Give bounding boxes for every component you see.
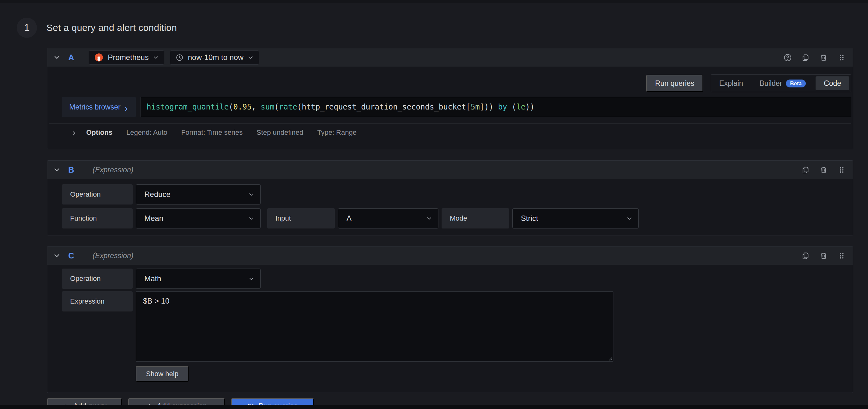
collapse-chevron-icon[interactable] bbox=[54, 252, 60, 259]
step-number-badge: 1 bbox=[17, 18, 37, 38]
time-range-value: now-10m to now bbox=[188, 53, 244, 62]
drag-handle-icon[interactable] bbox=[837, 166, 846, 174]
operation-label: Operation bbox=[62, 184, 133, 205]
query-section-a: A Prometheus now-10m to now bbox=[47, 48, 853, 149]
query-token: histogram_quantile bbox=[147, 103, 229, 111]
operation-label: Operation bbox=[62, 269, 133, 289]
show-help-button[interactable]: Show help bbox=[136, 366, 189, 382]
promql-query-editor[interactable]: histogram_quantile(0.95, sum(rate(http_r… bbox=[141, 97, 851, 117]
mode-label: Mode bbox=[441, 208, 509, 229]
expression-row: Expression $B > 10 bbox=[62, 291, 853, 362]
expression-b-header: B (Expression) bbox=[48, 161, 853, 179]
options-toggle[interactable]: Options bbox=[86, 129, 113, 137]
math-expression-wrap: $B > 10 bbox=[136, 291, 613, 362]
operation-row: Operation Math bbox=[62, 269, 853, 289]
query-token: rate bbox=[279, 103, 297, 111]
tab-builder[interactable]: Builder Beta bbox=[751, 75, 814, 92]
query-token: )) bbox=[525, 103, 534, 111]
query-token: 0.95 bbox=[234, 103, 252, 111]
tab-builder-label: Builder bbox=[760, 79, 782, 88]
chevron-down-icon bbox=[153, 55, 159, 60]
query-a-options-row: Options Legend: Auto Format: Time series… bbox=[49, 124, 851, 141]
collapse-chevron-icon[interactable] bbox=[54, 54, 60, 61]
expression-section-b: B (Expression) Operation Reduce Function bbox=[47, 160, 853, 235]
query-token: )) bbox=[484, 103, 493, 111]
resize-grip-icon[interactable] bbox=[607, 355, 613, 361]
option-legend: Legend: Auto bbox=[126, 129, 167, 137]
function-row: Function Mean Input A Mode Strict bbox=[62, 208, 853, 229]
query-token: le bbox=[516, 103, 525, 111]
expression-label: Expression bbox=[62, 291, 133, 311]
collapse-chevron-icon[interactable] bbox=[54, 167, 60, 173]
duplicate-icon[interactable] bbox=[801, 251, 810, 260]
delete-icon[interactable] bbox=[819, 251, 828, 260]
tab-explain[interactable]: Explain bbox=[711, 75, 751, 92]
operation-select[interactable]: Reduce bbox=[136, 184, 260, 205]
operation-value: Math bbox=[144, 274, 161, 283]
operation-value: Reduce bbox=[144, 190, 170, 199]
duplicate-icon[interactable] bbox=[801, 53, 810, 62]
chevron-down-icon bbox=[249, 216, 254, 221]
chevron-down-icon bbox=[248, 55, 253, 60]
expression-kind-label: (Expression) bbox=[93, 166, 133, 174]
query-token: ( bbox=[507, 103, 517, 111]
math-expression-input[interactable]: $B > 10 bbox=[136, 291, 613, 362]
chevron-right-icon bbox=[124, 105, 129, 109]
bottom-edge-band bbox=[0, 405, 868, 409]
query-token: http_request_duration_seconds_bucket bbox=[302, 103, 466, 111]
step-header: 1 Set a query and alert condition bbox=[17, 18, 177, 38]
tab-code[interactable]: Code bbox=[815, 76, 849, 90]
expression-c-header: C (Expression) bbox=[48, 246, 853, 265]
help-icon[interactable] bbox=[783, 53, 792, 62]
input-value: A bbox=[346, 214, 351, 223]
query-token: , bbox=[251, 103, 260, 111]
option-format: Format: Time series bbox=[181, 129, 243, 137]
expression-section-c: C (Expression) Operation Math Expression bbox=[47, 246, 853, 393]
function-value: Mean bbox=[144, 214, 163, 223]
datasource-name: Prometheus bbox=[108, 53, 149, 62]
query-a-toolbar: Run queries Explain Builder Beta Code bbox=[48, 74, 853, 92]
drag-handle-icon[interactable] bbox=[837, 53, 846, 62]
query-token: ( bbox=[275, 103, 279, 111]
operation-row: Operation Reduce bbox=[62, 184, 853, 205]
query-token: by bbox=[498, 103, 507, 111]
operation-select[interactable]: Math bbox=[136, 269, 260, 289]
drag-handle-icon[interactable] bbox=[837, 251, 846, 260]
chevron-down-icon bbox=[427, 216, 432, 221]
metrics-browser-label: Metrics browser bbox=[69, 103, 120, 111]
time-range-picker[interactable]: now-10m to now bbox=[170, 50, 259, 65]
query-a-actions bbox=[783, 53, 846, 62]
duplicate-icon[interactable] bbox=[801, 166, 810, 174]
prometheus-logo-icon bbox=[94, 53, 103, 62]
expression-refid: C bbox=[68, 251, 74, 261]
beta-badge: Beta bbox=[786, 79, 806, 88]
query-a-editor-row: Metrics browser histogram_quantile(0.95,… bbox=[62, 97, 851, 117]
run-queries-button[interactable]: Run queries bbox=[646, 75, 703, 92]
query-token: [ bbox=[466, 103, 470, 111]
function-label: Function bbox=[62, 208, 133, 229]
query-token: ] bbox=[480, 103, 484, 111]
option-step: Step undefined bbox=[256, 129, 303, 137]
metrics-browser-button[interactable]: Metrics browser bbox=[62, 97, 136, 117]
function-select[interactable]: Mean bbox=[136, 208, 260, 229]
query-token: ( bbox=[297, 103, 302, 111]
expression-b-actions bbox=[801, 166, 846, 174]
mode-select[interactable]: Strict bbox=[512, 208, 639, 229]
delete-icon[interactable] bbox=[819, 53, 828, 62]
page-title: Set a query and alert condition bbox=[46, 23, 177, 33]
query-token: 5m bbox=[471, 103, 480, 111]
datasource-picker[interactable]: Prometheus bbox=[89, 50, 164, 65]
top-edge-band bbox=[0, 0, 868, 3]
input-select[interactable]: A bbox=[338, 208, 438, 229]
editor-mode-toggle: Explain Builder Beta Code bbox=[711, 74, 851, 92]
query-token bbox=[493, 103, 498, 111]
delete-icon[interactable] bbox=[819, 166, 828, 174]
options-expand-chevron-icon[interactable] bbox=[71, 130, 77, 135]
query-token: sum bbox=[260, 103, 274, 111]
query-a-header: A Prometheus now-10m to now bbox=[48, 48, 853, 67]
expression-kind-label: (Expression) bbox=[93, 251, 133, 260]
query-refid: A bbox=[68, 53, 74, 63]
expression-c-actions bbox=[801, 251, 846, 260]
chevron-down-icon bbox=[249, 276, 254, 281]
input-label: Input bbox=[267, 208, 335, 229]
